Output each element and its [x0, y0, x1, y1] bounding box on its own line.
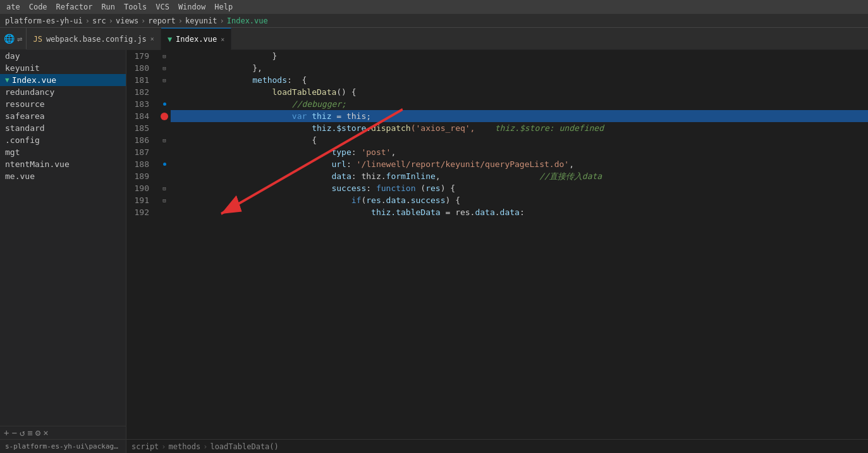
editor-breadcrumb-script: script [131, 442, 159, 451]
fold-icon[interactable]: ⊟ [162, 65, 166, 71]
breadcrumb-root[interactable]: platform-es-yh-ui [5, 16, 83, 25]
sidebar-index-label: Index.vue [12, 75, 56, 85]
gutter-181: ⊟ [158, 74, 171, 86]
breadcrumb-src[interactable]: src [92, 16, 106, 25]
sidebar-item-contentmain[interactable]: ntentMain.vue [0, 158, 126, 170]
sidebar-refresh-icon[interactable]: ↺ [20, 428, 25, 438]
editor-breadcrumb: script › methods › loadTableData() [126, 439, 868, 453]
gutter-186: ⊟ [158, 134, 171, 146]
sidebar-item-mgt[interactable]: mgt [0, 146, 126, 158]
menu-ate[interactable]: ate [3, 1, 24, 13]
sidebar-toolbar: + − ↺ ≡ ⚙ × [0, 426, 126, 439]
breadcrumb-report[interactable]: report [148, 16, 175, 25]
tab-webpack[interactable]: JS webpack.base.config.js × [27, 28, 161, 50]
sidebar-item-me[interactable]: me.vue [0, 170, 126, 182]
fold-icon[interactable]: ⊟ [162, 197, 166, 204]
main-layout: day keyunit ▼ Index.vue redundancy resou… [0, 50, 868, 453]
menu-window[interactable]: Window [174, 1, 209, 13]
gutter-189 [158, 170, 171, 182]
fold-icon[interactable]: ⊟ [162, 53, 166, 59]
sidebar-item-standard[interactable]: standard [0, 122, 126, 134]
line-num-192: 192 [126, 206, 153, 218]
line-num-184: 184 [126, 110, 153, 122]
git-dot [163, 163, 166, 166]
line-num-183: 183 [126, 98, 153, 110]
breadcrumb-keyunit[interactable]: keyunit [185, 16, 217, 25]
sidebar: day keyunit ▼ Index.vue redundancy resou… [0, 50, 126, 453]
sidebar-item-keyunit[interactable]: keyunit [0, 62, 126, 74]
sidebar-item-index[interactable]: ▼ Index.vue [0, 74, 126, 86]
gutter-187 [158, 146, 171, 158]
menu-tools[interactable]: Tools [120, 1, 150, 13]
gutter-179: ⊟ [158, 50, 171, 62]
line-num-179: 179 [126, 50, 153, 62]
sidebar-add-icon[interactable]: + [4, 428, 9, 438]
code-lines[interactable]: } }, methods: { loadTableData() { //debu… [171, 50, 868, 439]
breakpoint-icon[interactable] [161, 113, 168, 120]
sidebar-item-safearea[interactable]: safearea [0, 110, 126, 122]
gutter-188 [158, 158, 171, 170]
menu-refactor[interactable]: Refactor [52, 1, 97, 13]
sidebar-close-icon[interactable]: × [43, 428, 48, 438]
sidebar-item-redundancy[interactable]: redundancy [0, 86, 126, 98]
menu-help[interactable]: Help [211, 1, 236, 13]
sidebar-item-resource[interactable]: resource [0, 98, 126, 110]
tab-split-icon[interactable]: ⇌ [17, 34, 22, 44]
line-num-181: 181 [126, 74, 153, 86]
code-line-183: //debugger; [171, 98, 868, 110]
gutter-190: ⊟ [158, 182, 171, 194]
fold-icon[interactable]: ⊟ [162, 185, 166, 192]
code-line-188: url: '/linewell/report/keyunit/queryPage… [171, 158, 868, 170]
sidebar-sort-icon[interactable]: ≡ [27, 428, 32, 438]
editor-breadcrumb-fn: loadTableData() [210, 442, 278, 451]
fold-icon[interactable]: ⊟ [162, 137, 166, 144]
gutter-180: ⊟ [158, 62, 171, 74]
breadcrumb-bar: platform-es-yh-ui › src › views › report… [0, 14, 868, 28]
code-line-187: type: 'post', [171, 146, 868, 158]
line-num-187: 187 [126, 146, 153, 158]
tab-index-close[interactable]: × [221, 36, 224, 43]
gutter-183 [158, 98, 171, 110]
sidebar-gear-icon[interactable]: ⚙ [35, 428, 40, 438]
gutter-182 [158, 86, 171, 98]
tab-bar-controls: 🌐 ⇌ [0, 28, 27, 49]
fold-marker[interactable]: ⊟ [162, 77, 166, 84]
tab-index-label: Index.vue [176, 35, 217, 44]
line-num-180: 180 [126, 62, 153, 74]
code-line-184: var thiz = this; [171, 110, 868, 122]
sidebar-item-config[interactable]: .config [0, 134, 126, 146]
menu-run[interactable]: Run [97, 1, 119, 13]
menu-bar: ate Code Refactor Run Tools VCS Window H… [0, 0, 868, 14]
line-num-191: 191 [126, 194, 153, 206]
menu-vcs[interactable]: VCS [152, 1, 173, 13]
tab-index-vue[interactable]: ▼ Index.vue × [161, 28, 231, 50]
line-numbers: 1791801811821831841851861871881891901911… [126, 50, 158, 439]
code-line-179: } [171, 50, 868, 62]
line-num-182: 182 [126, 86, 153, 98]
tab-globe-icon[interactable]: 🌐 [4, 34, 15, 44]
code-line-185: thiz.$store.dispatch('axios_req', thiz.$… [171, 122, 868, 134]
js-file-icon: JS [33, 35, 42, 44]
sidebar-bottom: s-platform-es-yh-ui\package.json [0, 439, 126, 453]
code-line-180: }, [171, 62, 868, 74]
gutter-192 [158, 206, 171, 218]
breadcrumb-views[interactable]: views [116, 16, 138, 25]
editor-area: 1791801811821831841851861871881891901911… [126, 50, 868, 453]
breadcrumb-file[interactable]: Index.vue [227, 16, 268, 25]
gutter-185 [158, 122, 171, 134]
vue-file-icon: ▼ [168, 35, 172, 44]
line-num-188: 188 [126, 158, 153, 170]
tab-webpack-close[interactable]: × [150, 35, 154, 42]
sidebar-item-day[interactable]: day [0, 50, 126, 62]
menu-code[interactable]: Code [25, 1, 51, 13]
line-num-190: 190 [126, 182, 153, 194]
code-line-181: methods: { [171, 74, 868, 86]
line-num-186: 186 [126, 134, 153, 146]
sidebar-remove-icon[interactable]: − [11, 428, 16, 438]
gutter: ⊟⊟⊟⊟⊟⊟ [158, 50, 171, 439]
line-num-189: 189 [126, 170, 153, 182]
sidebar-items: day keyunit ▼ Index.vue redundancy resou… [0, 50, 126, 426]
vue-icon: ▼ [5, 76, 9, 84]
code-container: 1791801811821831841851861871881891901911… [126, 50, 868, 439]
code-line-182: loadTableData() { [171, 86, 868, 98]
